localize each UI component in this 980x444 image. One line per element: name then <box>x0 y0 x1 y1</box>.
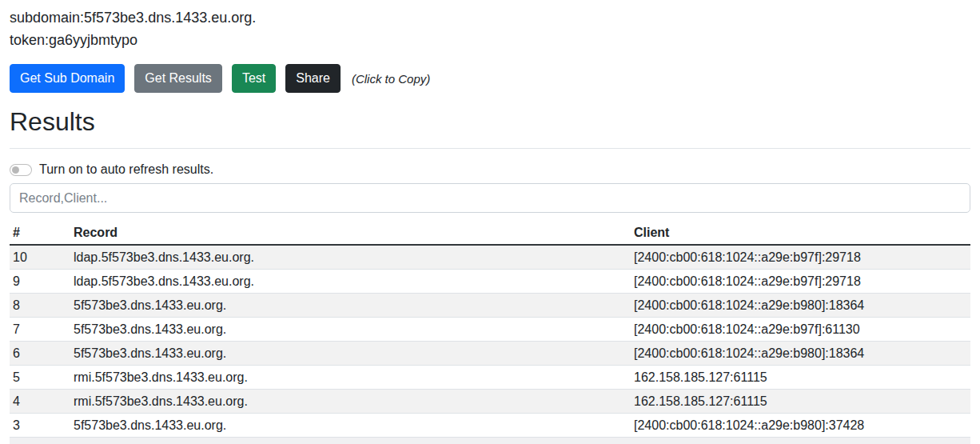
column-header-num: # <box>10 221 70 245</box>
column-header-client: Client <box>631 221 970 245</box>
record-cell: rmi.5f573be3.dns.1433.eu.org. <box>70 366 631 390</box>
subdomain-text: subdomain:5f573be3.dns.1433.eu.org. <box>10 6 970 29</box>
auto-refresh-row: Turn on to auto refresh results. <box>10 162 970 177</box>
filter-input[interactable] <box>10 183 970 213</box>
record-cell: 5f573be3.dns.1433.eu.org. <box>70 414 631 438</box>
column-header-record: Record <box>70 221 631 245</box>
record-cell: 5f573be3.dns.1433.eu.org. <box>70 294 631 318</box>
get-results-button[interactable]: Get Results <box>134 64 222 93</box>
table-row: 8 5f573be3.dns.1433.eu.org. [2400:cb00:6… <box>10 294 970 318</box>
client-cell: 162.158.185.127:61115 <box>631 390 970 414</box>
table-row: 6 5f573be3.dns.1433.eu.org. [2400:cb00:6… <box>10 342 970 366</box>
divider <box>10 148 970 149</box>
client-cell: [2400:cb00:618:1024::a29e:b97f]:29718 <box>631 245 970 270</box>
test-button[interactable]: Test <box>232 64 276 93</box>
row-number-cell: 3 <box>10 414 70 438</box>
row-number-cell: 4 <box>10 390 70 414</box>
row-number-cell: 8 <box>10 294 70 318</box>
client-cell: [2400:cb00:618:1024::a29e:b97f]:29718 <box>631 270 970 294</box>
record-cell: ldap.5f573be3.dns.1433.eu.org. <box>70 270 631 294</box>
table-row: 4 rmi.5f573be3.dns.1433.eu.org. 162.158.… <box>10 390 970 414</box>
toggle-knob-icon <box>12 166 19 174</box>
results-table: # Record Client 10 ldap.5f573be3.dns.143… <box>10 221 970 444</box>
record-cell: 5f573be3.dns.1433.eu.org. <box>70 342 631 366</box>
auto-refresh-toggle[interactable] <box>10 164 32 176</box>
table-row: 5 rmi.5f573be3.dns.1433.eu.org. 162.158.… <box>10 366 970 390</box>
results-title: Results <box>10 106 970 137</box>
get-sub-domain-button[interactable]: Get Sub Domain <box>10 64 125 93</box>
click-to-copy-hint: (Click to Copy) <box>352 72 430 86</box>
table-row: 3 5f573be3.dns.1433.eu.org. [2400:cb00:6… <box>10 414 970 438</box>
table-row-partial <box>10 438 970 444</box>
client-cell: [2400:cb00:618:1024::a29e:b97f]:61130 <box>631 318 970 342</box>
results-table-body: 10 ldap.5f573be3.dns.1433.eu.org. [2400:… <box>10 245 970 438</box>
domain-info: subdomain:5f573be3.dns.1433.eu.org. toke… <box>10 6 970 51</box>
table-row: 10 ldap.5f573be3.dns.1433.eu.org. [2400:… <box>10 245 970 270</box>
client-cell: 162.158.185.127:61115 <box>631 366 970 390</box>
record-cell: ldap.5f573be3.dns.1433.eu.org. <box>70 245 631 270</box>
row-number-cell: 9 <box>10 270 70 294</box>
table-row: 9 ldap.5f573be3.dns.1433.eu.org. [2400:c… <box>10 270 970 294</box>
share-button[interactable]: Share <box>285 64 341 93</box>
auto-refresh-label: Turn on to auto refresh results. <box>39 162 213 177</box>
table-row: 7 5f573be3.dns.1433.eu.org. [2400:cb00:6… <box>10 318 970 342</box>
record-cell: 5f573be3.dns.1433.eu.org. <box>70 318 631 342</box>
client-cell: [2400:cb00:618:1024::a29e:b980]:18364 <box>631 342 970 366</box>
token-text: token:ga6yyjbmtypo <box>10 29 970 51</box>
client-cell: [2400:cb00:618:1024::a29e:b980]:18364 <box>631 294 970 318</box>
client-cell: [2400:cb00:618:1024::a29e:b980]:37428 <box>631 414 970 438</box>
row-number-cell: 5 <box>10 366 70 390</box>
record-cell: rmi.5f573be3.dns.1433.eu.org. <box>70 390 631 414</box>
toolbar: Get Sub Domain Get Results Test Share (C… <box>10 64 970 93</box>
row-number-cell: 6 <box>10 342 70 366</box>
row-number-cell: 7 <box>10 318 70 342</box>
row-number-cell: 10 <box>10 245 70 270</box>
results-table-header: # Record Client <box>10 221 970 245</box>
